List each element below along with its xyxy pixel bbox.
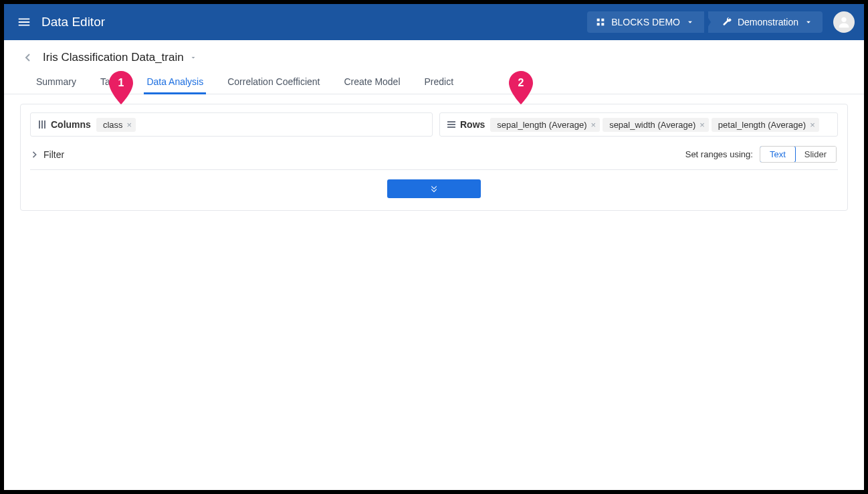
- breadcrumb-org[interactable]: BLOCKS DEMO: [587, 11, 704, 33]
- analysis-panel: Columns class × Rows sepal_length (Avera…: [20, 104, 848, 211]
- row-chip-sepal-length[interactable]: sepal_length (Average) ×: [490, 118, 600, 132]
- tab-correlation[interactable]: Correlation Coefficient: [227, 72, 320, 94]
- user-avatar[interactable]: [833, 11, 855, 33]
- tab-predict[interactable]: Predict: [425, 72, 454, 94]
- breadcrumb-group: BLOCKS DEMO Demonstration: [587, 11, 823, 33]
- columns-icon: [37, 120, 47, 129]
- tab-table[interactable]: Table: [100, 72, 122, 94]
- range-mode-slider[interactable]: Slider: [795, 147, 836, 162]
- divider: [30, 169, 838, 170]
- app-title: Data Editor: [41, 15, 105, 29]
- page-title-dropdown[interactable]: [189, 54, 197, 62]
- chevron-left-icon: [24, 54, 32, 62]
- range-mode-toggle: Text Slider: [760, 146, 837, 163]
- row-chip-sepal-width[interactable]: sepal_width (Average) ×: [603, 118, 709, 132]
- breadcrumb-org-label: BLOCKS DEMO: [611, 17, 680, 27]
- range-mode-text[interactable]: Text: [760, 146, 796, 163]
- column-chip-class[interactable]: class ×: [96, 118, 136, 132]
- double-chevron-down-icon: [428, 183, 440, 195]
- filter-label: Filter: [43, 149, 64, 160]
- org-icon: [595, 17, 606, 27]
- row-chip-petal-length[interactable]: petal_length (Average) ×: [712, 118, 819, 132]
- tab-create-model[interactable]: Create Model: [344, 72, 400, 94]
- page-title: Iris Classification Data_train: [43, 51, 184, 64]
- wrench-icon: [722, 17, 732, 27]
- breadcrumb-separator: [704, 11, 711, 33]
- breadcrumb-project-label: Demonstration: [738, 17, 798, 27]
- tab-summary[interactable]: Summary: [36, 72, 76, 94]
- chevron-down-icon: [685, 17, 695, 27]
- columns-shelf-label: Columns: [33, 115, 96, 134]
- chip-remove-icon[interactable]: ×: [591, 120, 596, 129]
- caret-down-icon: [189, 54, 197, 62]
- app-header: Data Editor BLOCKS DEMO Demonstration: [4, 4, 864, 40]
- user-icon: [837, 15, 851, 29]
- rows-icon: [447, 120, 456, 129]
- hamburger-icon: [17, 15, 31, 29]
- chip-remove-icon[interactable]: ×: [810, 120, 815, 129]
- chip-remove-icon[interactable]: ×: [127, 120, 132, 129]
- ranges-label: Set ranges using:: [685, 149, 753, 159]
- rows-shelf-label: Rows: [443, 115, 490, 134]
- chevron-right-icon: [31, 151, 38, 158]
- breadcrumb-project[interactable]: Demonstration: [708, 11, 823, 33]
- filter-toggle[interactable]: Filter: [31, 147, 64, 163]
- columns-shelf[interactable]: Columns class ×: [30, 112, 433, 137]
- tabs-bar: Summary Table Data Analysis Correlation …: [4, 66, 864, 94]
- back-button[interactable]: [20, 50, 36, 66]
- rows-shelf[interactable]: Rows sepal_length (Average) × sepal_widt…: [439, 112, 838, 137]
- hamburger-menu-button[interactable]: [13, 11, 35, 33]
- page-subheader: Iris Classification Data_train: [4, 40, 864, 66]
- chip-remove-icon[interactable]: ×: [699, 120, 705, 129]
- tab-data-analysis[interactable]: Data Analysis: [146, 72, 203, 94]
- svg-point-0: [841, 17, 846, 22]
- chevron-down-icon: [804, 17, 813, 27]
- expand-button[interactable]: [387, 179, 481, 198]
